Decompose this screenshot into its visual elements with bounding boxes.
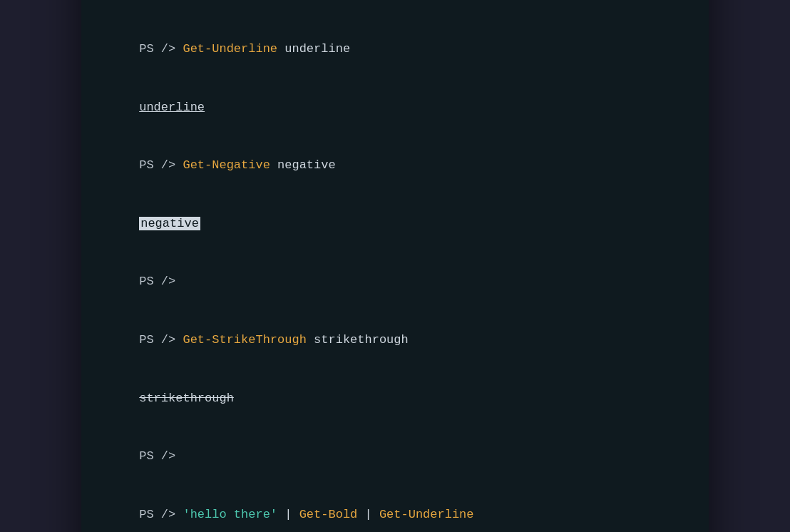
terminal-window: pwsh-preview ⌥⌘1 PS /> Get-Bold bold bol… [81,0,709,532]
prompt: PS /> [139,275,175,288]
terminal-line: PS /> Get-StrikeThrough strikethrough [96,311,694,369]
command-name: Get-StrikeThrough [183,333,306,347]
output-line: strikethrough [96,369,694,427]
command-arg: strikethrough [307,333,409,347]
prompt: PS /> [139,42,183,56]
prompt: PS /> [139,508,183,521]
terminal-body[interactable]: PS /> Get-Bold bold bold PS /> Get-Under… [81,0,709,532]
underline-output: underline [139,101,205,114]
strikethrough-output: strikethrough [139,392,234,405]
terminal-line: PS /> Get-Underline underline [96,20,694,78]
negative-output: negative [139,217,200,230]
output-line: bold [96,0,694,20]
prompt: PS /> [139,158,183,172]
command-name: Get-Negative [183,158,270,172]
output-line: underline [96,78,694,137]
prompt: PS /> [139,449,175,463]
command-arg: negative [270,158,336,172]
pipe: | [277,508,299,521]
string-arg: 'hello there' [183,508,277,521]
command-name: Get-Bold [299,508,358,521]
terminal-line: PS /> [96,252,694,311]
command-name: Get-Underline [379,508,474,521]
prompt: PS /> [139,333,183,347]
terminal-line: PS /> [96,427,694,486]
terminal-line: PS /> Get-Negative negative [96,136,694,195]
pipe: | [357,508,379,521]
output-line: negative [96,195,694,253]
command-arg: underline [277,42,350,56]
terminal-line: PS /> 'hello there' | Get-Bold | Get-Und… [96,485,694,532]
command-name: Get-Underline [183,42,277,56]
